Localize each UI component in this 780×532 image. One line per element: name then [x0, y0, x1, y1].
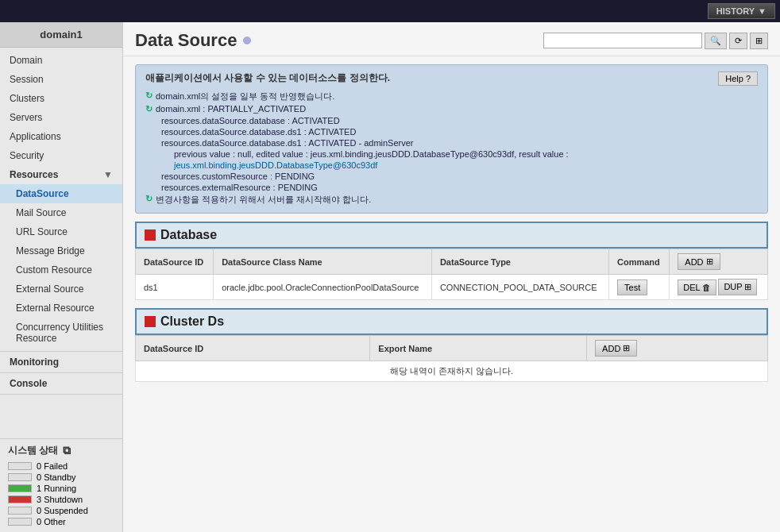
status-bar-failed: [8, 462, 32, 470]
infobox-text-2: domain.xml : PARTIALLY_ACTIVATED: [156, 104, 306, 114]
status-bar-standby: [8, 473, 32, 481]
database-section-header: Database: [135, 222, 768, 249]
search-input[interactable]: [543, 33, 702, 48]
cds-col-export: Export Name: [370, 336, 587, 361]
status-row-failed: 0 Failed: [8, 461, 114, 472]
cluster-add-icon: ⊞: [623, 343, 630, 353]
system-status-title: 시스템 상태 ⧉: [8, 444, 114, 457]
delete-label: DEL: [683, 283, 700, 292]
search-button[interactable]: 🔍: [705, 33, 727, 49]
sidebar-bottom: Monitoring Console: [0, 352, 122, 395]
infobox-sub-4: previous value : null, edited value : je…: [145, 148, 758, 160]
infobox-sub-1: resources.dataSource.database : ACTIVATE…: [145, 115, 758, 126]
infobox-line-2: ↻ domain.xml : PARTIALLY_ACTIVATED: [145, 103, 758, 115]
sidebar-status-section: 시스템 상태 ⧉ 0 Failed 0 Standby 1 Running 3 …: [0, 438, 122, 532]
refresh-icon-1: ↻: [145, 91, 153, 101]
infobox-sub-2: resources.dataSource.database.ds1 : ACTI…: [145, 126, 758, 137]
sidebar-item-messagebridge[interactable]: Message Bridge: [0, 241, 122, 260]
system-status-icon[interactable]: ⧉: [63, 444, 71, 457]
expand-button[interactable]: ⊞: [750, 33, 768, 49]
infobox-text-3: 변경사항을 적용하기 위해서 서버를 재시작해야 합니다.: [156, 194, 371, 206]
cluster-ds-empty-message: 해당 내역이 존재하지 않습니다.: [136, 361, 768, 382]
status-label-other: 0 Other: [37, 517, 66, 526]
cluster-ds-section: Cluster Ds DataSource ID Export Name ADD…: [135, 308, 768, 382]
content-area: Data Source 🔍 ⟳ ⊞ Help ? 애플리케이션에서 사용할 수 …: [123, 22, 780, 532]
delete-icon: 🗑: [702, 283, 711, 292]
sidebar-domain-title: domain1: [0, 22, 122, 48]
row-ds-type: CONNECTION_POOL_DATA_SOURCE: [431, 275, 608, 300]
cds-col-id: DataSource ID: [136, 336, 370, 361]
refresh-icon-2: ↻: [145, 104, 153, 114]
status-row-other: 0 Other: [8, 516, 114, 527]
sidebar-item-clusters[interactable]: Clusters: [0, 89, 122, 108]
infobox-link-1[interactable]: jeus.xml.binding.jeusDDD.DatabaseType@63…: [145, 160, 758, 171]
infobox-text-1: domain.xml의 설정을 일부 동적 반영했습니다.: [156, 91, 335, 102]
status-row-running: 1 Running: [8, 483, 114, 494]
sidebar-resources-label: Resources: [10, 169, 58, 180]
status-row-suspended: 0 Suspended: [8, 505, 114, 516]
status-label-suspended: 0 Suspended: [37, 506, 88, 515]
history-label: HISTORY: [716, 6, 755, 16]
sidebar-item-servers[interactable]: Servers: [0, 108, 122, 127]
cluster-ds-section-icon: [145, 316, 156, 327]
cluster-ds-add-button[interactable]: ADD ⊞: [595, 340, 637, 357]
help-button[interactable]: Help ?: [718, 71, 758, 86]
page-title-text: Data Source: [135, 30, 237, 51]
sidebar-resources-arrow-icon: ▼: [103, 169, 113, 180]
history-arrow-icon: ▼: [758, 6, 766, 16]
cds-add-header: ADD ⊞: [587, 336, 768, 361]
db-col-command: Command: [609, 249, 670, 275]
row-class-name: oracle.jdbc.pool.OracleConnectionPoolDat…: [214, 275, 432, 300]
refresh-button[interactable]: ⟳: [729, 33, 747, 49]
sidebar-item-security[interactable]: Security: [0, 146, 122, 165]
search-bar: 🔍 ⟳ ⊞: [543, 33, 768, 49]
cluster-ds-section-header: Cluster Ds: [135, 308, 768, 335]
cluster-ds-empty-row: 해당 내역이 존재하지 않습니다.: [136, 361, 768, 382]
sidebar-item-customresource[interactable]: Custom Resource: [0, 260, 122, 279]
sidebar-item-externalsource[interactable]: External Source: [0, 279, 122, 299]
database-add-button[interactable]: ADD ⊞: [678, 253, 720, 270]
sidebar-item-externalresource[interactable]: External Resource: [0, 299, 122, 318]
cluster-ds-add-label: ADD: [602, 344, 620, 353]
sidebar-item-applications[interactable]: Applications: [0, 127, 122, 146]
infobox-sub-3: resources.dataSource.database.ds1 : ACTI…: [145, 137, 758, 148]
row-command: Test: [609, 275, 670, 300]
table-row: ds1 oracle.jdbc.pool.OracleConnectionPoo…: [136, 275, 768, 300]
database-section-icon: [145, 229, 156, 241]
sidebar-item-domain[interactable]: Domain: [0, 51, 122, 70]
database-table-header-row: DataSource ID DataSource Class Name Data…: [136, 249, 768, 275]
test-button[interactable]: Test: [617, 279, 647, 295]
add-icon: ⊞: [706, 256, 713, 267]
sidebar-item-monitoring[interactable]: Monitoring: [0, 352, 122, 373]
system-status-label: 시스템 상태: [8, 444, 58, 457]
status-bar-shutdown: [8, 495, 32, 503]
sidebar-item-urlsource[interactable]: URL Source: [0, 222, 122, 241]
database-section: Database DataSource ID DataSource Class …: [135, 222, 768, 300]
status-row-standby: 0 Standby: [8, 472, 114, 483]
sidebar-item-session[interactable]: Session: [0, 70, 122, 89]
dup-label: DUP: [724, 282, 742, 291]
status-bar-other: [8, 518, 32, 526]
help-question-icon: ?: [746, 74, 751, 83]
status-bar-running: [8, 484, 32, 492]
cluster-ds-section-title: Cluster Ds: [160, 314, 224, 329]
delete-button[interactable]: DEL 🗑: [678, 279, 716, 295]
infobox-sub-5: resources.customResource : PENDING: [145, 171, 758, 182]
row-ds-id: ds1: [136, 275, 214, 300]
sidebar-item-resources[interactable]: Resources ▼: [0, 165, 122, 184]
status-row-shutdown: 3 Shutdown: [8, 494, 114, 505]
database-table: DataSource ID DataSource Class Name Data…: [135, 249, 768, 300]
sidebar-item-datasource[interactable]: DataSource: [0, 184, 122, 203]
sidebar-item-mailsource[interactable]: Mail Source: [0, 203, 122, 222]
sidebar-nav-section: Domain Session Clusters Servers Applicat…: [0, 48, 122, 352]
duplicate-button[interactable]: DUP ⊞: [718, 279, 757, 295]
history-button[interactable]: HISTORY ▼: [708, 3, 775, 19]
sidebar-item-concurrency[interactable]: Concurrency Utilities Resource: [0, 318, 122, 348]
sidebar-item-console[interactable]: Console: [0, 373, 122, 395]
cluster-ds-table: DataSource ID Export Name ADD ⊞ 해당 내역이 존…: [135, 335, 768, 382]
db-add-header: ADD ⊞: [670, 249, 768, 275]
infobox-line-3: ↻ 변경사항을 적용하기 위해서 서버를 재시작해야 합니다.: [145, 193, 758, 206]
db-col-classname: DataSource Class Name: [214, 249, 432, 275]
sidebar: domain1 Domain Session Clusters Servers …: [0, 22, 123, 532]
row-actions: DEL 🗑 DUP ⊞: [670, 275, 768, 300]
